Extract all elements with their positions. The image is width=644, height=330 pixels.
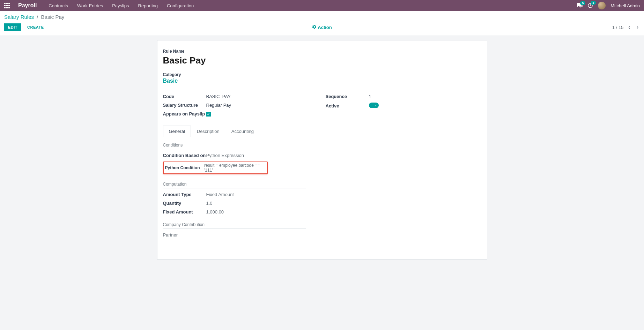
pager-prev-icon[interactable]: ‹ [627, 23, 631, 31]
active-label: Active [326, 103, 369, 108]
python-condition-label: Python Condition [165, 165, 205, 170]
activities-badge: 1 [591, 1, 596, 5]
category-value[interactable]: Basic [163, 78, 481, 84]
pager-next-icon[interactable]: › [635, 23, 640, 31]
app-title[interactable]: Payroll [18, 2, 37, 9]
messages-icon[interactable]: 5 [577, 3, 583, 8]
svg-rect-7 [6, 7, 8, 8]
svg-rect-0 [4, 3, 6, 4]
tabs: General Description Accounting [163, 126, 481, 137]
messages-badge: 5 [580, 1, 585, 5]
code-value: BASIC_PAY [206, 94, 231, 99]
rule-name-label: Rule Name [163, 49, 481, 54]
sequence-value: 1 [369, 94, 371, 99]
svg-rect-5 [8, 5, 10, 6]
svg-rect-3 [4, 5, 6, 6]
svg-rect-8 [8, 7, 10, 8]
svg-rect-6 [4, 7, 6, 8]
tab-accounting[interactable]: Accounting [225, 126, 260, 137]
computation-title: Computation [163, 182, 306, 188]
appears-on-payslip-label: Appears on Payslip [163, 111, 206, 117]
amount-type-value: Fixed Amount [206, 192, 234, 197]
company-contribution-title: Company Contribution [163, 222, 306, 229]
svg-rect-4 [6, 5, 8, 6]
python-condition-highlight: Python Condition result = employee.barco… [163, 162, 268, 174]
condition-based-label: Condition Based on [163, 153, 206, 158]
pager-text: 1 / 15 [612, 25, 624, 30]
nav-configuration[interactable]: Configuration [167, 3, 194, 8]
python-condition-value: result = employee.barcode == '111' [204, 163, 265, 173]
conditions-title: Conditions [163, 143, 306, 149]
sequence-label: Sequence [326, 94, 369, 99]
action-dropdown[interactable]: Action [312, 25, 332, 30]
nav-reporting[interactable]: Reporting [138, 3, 158, 8]
activities-icon[interactable]: 1 [587, 3, 593, 8]
active-toggle[interactable] [369, 103, 379, 108]
svg-rect-1 [6, 3, 8, 4]
partner-label: Partner [163, 232, 178, 238]
user-name[interactable]: Mitchell Admin [610, 3, 640, 8]
breadcrumb-parent[interactable]: Salary Rules [4, 14, 34, 20]
gear-icon [312, 25, 316, 30]
quantity-value: 1.0 [206, 201, 213, 206]
form-sheet: Rule Name Basic Pay Category Basic Code … [157, 40, 487, 260]
svg-rect-2 [8, 3, 10, 4]
appears-checkbox[interactable] [206, 112, 211, 117]
salary-structure-label: Salary Structure [163, 103, 206, 108]
topbar: Payroll Contracts Work Entries Payslips … [0, 0, 644, 11]
nav-contracts[interactable]: Contracts [49, 3, 68, 8]
create-button[interactable]: CREATE [23, 23, 47, 31]
quantity-label: Quantity [163, 201, 206, 206]
category-label: Category [163, 72, 481, 77]
amount-type-label: Amount Type [163, 192, 206, 197]
fixed-amount-value: 1,000.00 [206, 209, 224, 215]
apps-icon[interactable] [4, 3, 10, 8]
breadcrumb-sep: / [37, 14, 38, 20]
edit-button[interactable]: EDIT [4, 23, 21, 31]
condition-based-value: Python Expression [206, 153, 244, 158]
tab-description[interactable]: Description [191, 126, 225, 137]
fixed-amount-label: Fixed Amount [163, 209, 206, 215]
rule-name-value: Basic Pay [163, 55, 481, 66]
avatar[interactable] [598, 2, 606, 9]
nav-payslips[interactable]: Payslips [112, 3, 129, 8]
breadcrumb-current: Basic Pay [41, 14, 65, 20]
action-label: Action [318, 25, 332, 30]
nav-work-entries[interactable]: Work Entries [77, 3, 103, 8]
control-bar: Salary Rules / Basic Pay EDIT CREATE Act… [0, 11, 644, 36]
salary-structure-value[interactable]: Regular Pay [206, 103, 231, 108]
code-label: Code [163, 94, 206, 99]
breadcrumb: Salary Rules / Basic Pay [4, 11, 640, 20]
tab-general[interactable]: General [163, 126, 191, 137]
